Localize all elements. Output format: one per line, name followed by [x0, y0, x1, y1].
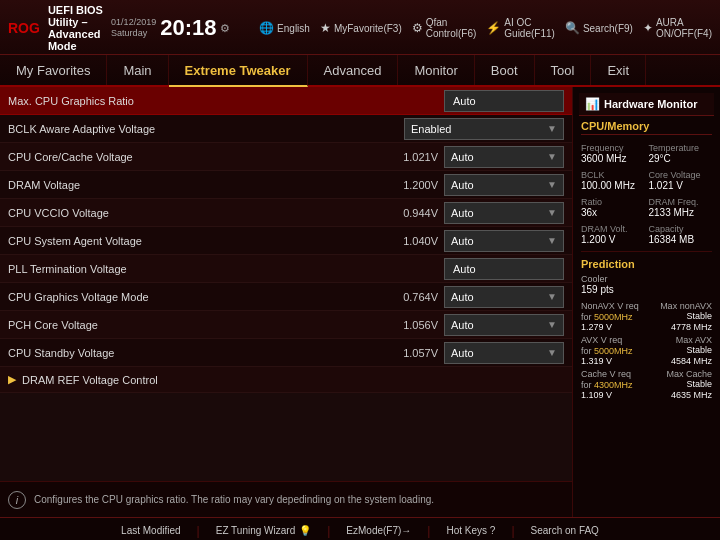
table-row[interactable]: CPU Core/Cache Voltage 1.021V Auto ▼ [0, 143, 572, 171]
english-label: English [277, 23, 310, 34]
last-modified-button[interactable]: Last Modified [121, 525, 180, 536]
setting-left-8: 1.056V [388, 319, 438, 331]
ai-oc-label: AI OC Guide(F11) [504, 17, 555, 39]
nav-extreme-tweaker[interactable]: Extreme Tweaker [169, 55, 308, 87]
setting-label-2: CPU Core/Cache Voltage [8, 151, 388, 163]
setting-dropdown-9[interactable]: Auto ▼ [444, 342, 564, 364]
prediction-title: Prediction [581, 258, 712, 270]
table-row[interactable]: Max. CPU Graphics Ratio Auto [0, 87, 572, 115]
stat-core-voltage-label: Core Voltage 1.021 V [649, 166, 713, 191]
ezmode-button[interactable]: EzMode(F7)→ [346, 525, 411, 536]
setting-dropdown-2[interactable]: Auto ▼ [444, 146, 564, 168]
table-row[interactable]: CPU VCCIO Voltage 0.944V Auto ▼ [0, 199, 572, 227]
chevron-down-icon: ▼ [547, 291, 557, 302]
nav-my-favorites[interactable]: My Favorites [0, 55, 107, 85]
title-section: UEFI BIOS Utility – Advanced Mode [48, 4, 103, 52]
setting-dropdown-1[interactable]: Enabled ▼ [404, 118, 564, 140]
max-nonavx-stable: Stable [686, 311, 712, 322]
day-text: Saturday [111, 28, 156, 39]
max-cache-label: Max Cache [666, 369, 712, 379]
setting-label-0: Max. CPU Graphics Ratio [8, 95, 444, 107]
cache-for-label: for [581, 380, 594, 390]
ai-icon: ⚡ [486, 21, 501, 35]
setting-dropdown-5[interactable]: Auto ▼ [444, 230, 564, 252]
language-icon: 🌐 [259, 21, 274, 35]
ai-oc-button[interactable]: ⚡ AI OC Guide(F11) [486, 17, 555, 39]
rog-logo: ROG [8, 20, 40, 36]
setting-dropdown-4[interactable]: Auto ▼ [444, 202, 564, 224]
chevron-down-icon: ▼ [547, 207, 557, 218]
divider [581, 251, 712, 252]
info-icon: i [8, 491, 26, 509]
qfan-button[interactable]: ⚙ Qfan Control(F6) [412, 17, 477, 39]
prediction-avx: AVX V req Max AVX for 5000MHz Stable 1.3… [581, 335, 712, 366]
info-text: Configures the CPU graphics ratio. The r… [34, 494, 434, 505]
table-row[interactable]: BCLK Aware Adaptive Voltage Enabled ▼ [0, 115, 572, 143]
nav-advanced[interactable]: Advanced [308, 55, 399, 85]
prediction-nonavx: NonAVX V req Max nonAVX for 5000MHz Stab… [581, 301, 712, 332]
stat-bclk-label: BCLK 100.00 MHz [581, 166, 645, 191]
my-favorites-button[interactable]: ★ MyFavorite(F3) [320, 21, 402, 35]
setting-value-0[interactable]: Auto [444, 90, 564, 112]
table-row[interactable]: PCH Core Voltage 1.056V Auto ▼ [0, 311, 572, 339]
setting-label-3: DRAM Voltage [8, 179, 388, 191]
setting-dropdown-3[interactable]: Auto ▼ [444, 174, 564, 196]
top-bar: ROG UEFI BIOS Utility – Advanced Mode 01… [0, 0, 720, 55]
table-row[interactable]: CPU Standby Voltage 1.057V Auto ▼ [0, 339, 572, 367]
table-row[interactable]: CPU Graphics Voltage Mode 0.764V Auto ▼ [0, 283, 572, 311]
cpu-memory-stats: Frequency 3600 MHz Temperature 29°C BCLK… [581, 139, 712, 245]
star-icon: ★ [320, 21, 331, 35]
cache-freq: 4300MHz [594, 380, 633, 390]
setting-label-6: PLL Termination Voltage [8, 263, 388, 275]
setting-dropdown-8[interactable]: Auto ▼ [444, 314, 564, 336]
setting-left-5: 1.040V [388, 235, 438, 247]
setting-label-8: PCH Core Voltage [8, 319, 388, 331]
hw-monitor-title: Hardware Monitor [604, 98, 698, 110]
separator-1: | [197, 524, 200, 538]
fan-icon: ⚙ [412, 21, 423, 35]
nav-main[interactable]: Main [107, 55, 168, 85]
setting-label-7: CPU Graphics Voltage Mode [8, 291, 388, 303]
chevron-down-icon: ▼ [547, 123, 557, 134]
stat-dram-freq-label: DRAM Freq. 2133 MHz [649, 193, 713, 218]
setting-left-9: 1.057V [388, 347, 438, 359]
content-area: Max. CPU Graphics Ratio Auto BCLK Aware … [0, 87, 572, 517]
search-faq-button[interactable]: Search on FAQ [531, 525, 599, 536]
separator-3: | [427, 524, 430, 538]
bulb-icon: 💡 [299, 525, 311, 536]
hot-keys-button[interactable]: Hot Keys ? [446, 525, 495, 536]
ez-tuning-wizard-button[interactable]: EZ Tuning Wizard 💡 [216, 525, 311, 536]
nav-monitor[interactable]: Monitor [398, 55, 474, 85]
nav-tool[interactable]: Tool [535, 55, 592, 85]
dram-ref-expand[interactable]: ▶ DRAM REF Voltage Control [0, 367, 572, 393]
search-label: Search(F9) [583, 23, 633, 34]
aura-button[interactable]: ✦ AURA ON/OFF(F4) [643, 17, 712, 39]
info-bar: i Configures the CPU graphics ratio. The… [0, 481, 572, 517]
chevron-down-icon: ▼ [547, 151, 557, 162]
table-row[interactable]: CPU System Agent Voltage 1.040V Auto ▼ [0, 227, 572, 255]
setting-label-1: BCLK Aware Adaptive Voltage [8, 123, 404, 135]
english-button[interactable]: 🌐 English [259, 21, 310, 35]
table-row[interactable]: PLL Termination Voltage Auto [0, 255, 572, 283]
chevron-down-icon: ▼ [547, 179, 557, 190]
nav-boot[interactable]: Boot [475, 55, 535, 85]
nonavx-freq: 5000MHz [594, 312, 633, 322]
search-button[interactable]: 🔍 Search(F9) [565, 21, 633, 35]
aura-icon: ✦ [643, 21, 653, 35]
monitor-icon: 📊 [585, 97, 600, 111]
time-display: 20:18 [160, 17, 216, 39]
settings-table: Max. CPU Graphics Ratio Auto BCLK Aware … [0, 87, 572, 481]
top-icons: 🌐 English ★ MyFavorite(F3) ⚙ Qfan Contro… [259, 17, 712, 39]
nonavx-req-label: NonAVX V req [581, 301, 639, 311]
table-row[interactable]: DRAM Voltage 1.200V Auto ▼ [0, 171, 572, 199]
separator-2: | [327, 524, 330, 538]
expand-label: DRAM REF Voltage Control [22, 374, 158, 386]
search-icon: 🔍 [565, 21, 580, 35]
nav-exit[interactable]: Exit [591, 55, 646, 85]
setting-dropdown-7[interactable]: Auto ▼ [444, 286, 564, 308]
setting-label-5: CPU System Agent Voltage [8, 235, 388, 247]
setting-value-6[interactable]: Auto [444, 258, 564, 280]
nonavx-voltage: 1.279 V [581, 322, 612, 332]
bottom-bar: Last Modified | EZ Tuning Wizard 💡 | EzM… [0, 517, 720, 540]
stat-frequency-label: Frequency 3600 MHz [581, 139, 645, 164]
